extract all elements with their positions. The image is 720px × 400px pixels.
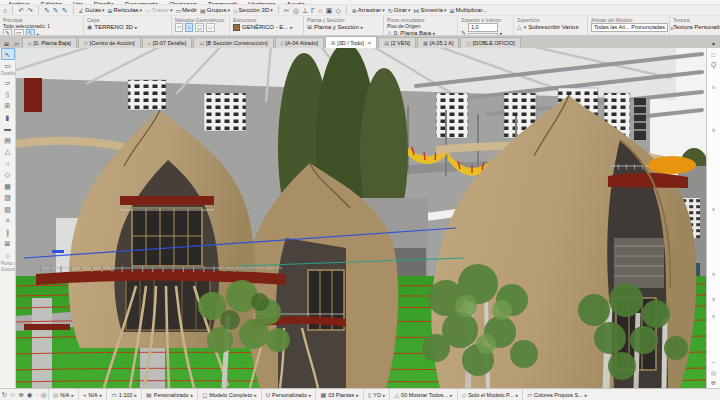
opening-tool[interactable]: ⊠ [1,238,15,250]
tab-doble-oficio[interactable]: ◻[DOBLE OFICIO] [460,37,520,48]
cloud-icon[interactable]: □ [712,50,716,60]
morph-icon[interactable]: ◇ [335,6,340,15]
top-offset-field[interactable]: 1,0 [468,23,498,32]
scissors-icon[interactable]: ✂ [284,6,290,15]
default-settings-button[interactable]: ✎ [3,29,12,36]
menu-diseno[interactable]: Diseño [94,0,114,4]
status-show-all[interactable]: △00 Mostrar Todos...▸ [389,389,456,400]
pop-up-navigator-icon[interactable]: ▱ [12,40,21,48]
status-user[interactable]: ▯YO▸ [363,389,390,400]
menu-archivo[interactable]: Archivo [8,0,30,4]
grid-button[interactable]: ⊞Retículas▾ [108,7,143,14]
tab-centro-accion[interactable]: ◇[Centro de Acción] [78,37,141,48]
status-pen-set[interactable]: ▤Personalizado▸ [141,389,197,400]
railing-tool[interactable]: ∥ [1,227,15,239]
tab-2-ven[interactable]: ▤[2 VEN] [378,37,416,48]
zoom-in-icon[interactable]: ⊕ [17,391,25,399]
rotate-button[interactable]: ↻Girar▾ [388,7,411,14]
close-tab-icon[interactable]: × [368,40,372,46]
wall-tool[interactable]: ▱ [1,77,15,89]
menu-opciones[interactable]: Opciones [169,0,196,4]
marquee-tool[interactable]: ▭ [1,60,15,72]
mesh-tool[interactable]: ▨ [1,192,15,204]
status-stories[interactable]: ▦03 Plantas▸ [315,389,362,400]
chevron-down-icon[interactable]: ∨ [711,84,715,91]
slab-tool[interactable]: ▤ [1,135,15,147]
orbit-icon[interactable]: ↻ [0,391,8,399]
section3d-button[interactable]: ◇Sección 3D▾ [233,7,273,14]
beam-tool[interactable]: ▬ [1,123,15,135]
menu-ventanas[interactable]: Ventanas [248,0,275,4]
model-edges-select[interactable]: Todas las Ari... Pronunciadas [591,23,668,32]
structure-selector[interactable]: GENÉRICO - E... ▸ [233,23,300,31]
status-model-only[interactable]: ◇Solo el Modelo P...▸ [457,389,523,400]
tab-alzado[interactable]: ▯[A-04 Alzado] [275,37,324,48]
floorplan-display-selector[interactable]: ⊞ Planta y Sección ▸ [307,23,380,31]
menu-ayuda[interactable]: Ayuda [286,0,304,4]
arrow-tool[interactable]: ↖ [1,48,15,60]
lamp-tool[interactable]: ○ [1,250,15,262]
surface-override-selector[interactable]: △ ▾ Sobrescribir Varios [517,23,584,31]
status-own-colors[interactable]: ▱Colores Propios S...▸ [522,389,591,400]
chevron-down-icon[interactable]: ∨ [711,313,715,320]
chevron-down-icon[interactable]: ∨ [711,271,715,278]
menu-teamwork[interactable]: Teamwork [208,0,238,4]
drag-button[interactable]: ⊕Arrastrar▾ [352,7,385,14]
texture-selector[interactable]: Textura Personaliza... [673,23,713,31]
menu-edicion[interactable]: Edición [41,0,62,4]
tab-seccion-construccion[interactable]: ▭[B Sección Construcción] [193,37,273,48]
chevron-down-icon[interactable]: ∨ [711,296,715,303]
roof-tool[interactable]: △ [1,146,15,158]
fillet-icon[interactable]: ∩ [318,6,323,15]
tab-3d-todo-active[interactable]: ⊞[3D / Todo]× [325,36,377,48]
door-tool[interactable]: ▯ [1,89,15,101]
geometry-method-4[interactable]: ◇ [206,23,215,32]
arrow-mode-button[interactable]: ↖ [26,29,35,36]
geometry-method-2[interactable]: ⌂ [185,23,193,32]
status-model-filter[interactable]: ◻Modelo Completo▸ [197,389,261,400]
zoom-tool-icon[interactable]: ◎ [293,6,299,15]
shell-tool[interactable]: ∩ [1,158,15,170]
multiply-button[interactable]: ⊞Multiplicar... [449,7,487,14]
mirror-button[interactable]: ⋈Simetría▾ [414,7,447,14]
chevron-down-icon[interactable]: ∨ [711,127,715,134]
menu-documento[interactable]: Documento [125,0,158,4]
window-tool[interactable]: ⊞ [1,100,15,112]
undo-icon[interactable]: ↶ [18,6,24,15]
chevron-down-icon[interactable]: ∨ [711,206,715,213]
geometry-method-1[interactable]: ∩ [175,23,183,32]
tab-detalle[interactable]: ⌂[D-07 Detalle] [142,37,193,48]
zone-tool[interactable]: ▧ [1,204,15,216]
curtainwall-tool[interactable]: ▦ [1,181,15,193]
trim-icon[interactable]: Γ [311,6,315,15]
search-icon[interactable]: Q [711,60,716,70]
home-story-selector[interactable]: △ 0. Planta Baja ▸ [387,29,454,36]
status-zoom-na[interactable]: ◎N/A▸ [48,389,78,400]
favorites-button[interactable]: ▭ [14,29,24,36]
tab-overflow-icon[interactable]: ▾ [712,40,718,48]
magnifier-icon[interactable]: ◎ [39,391,48,399]
collapse-icon[interactable]: − [712,358,716,368]
inject-parameters-icon[interactable]: ✎ [53,6,59,15]
home-icon[interactable]: ⌂ [3,6,7,15]
layer-selector[interactable]: ◉ TERRENO 3D ▸ [87,23,168,31]
eyedropper-icon[interactable]: ✎ [62,6,68,15]
status-scale[interactable]: ▭1:100▸ [106,389,141,400]
3d-viewport[interactable] [16,48,706,388]
stair-tool[interactable]: ≡ [1,215,15,227]
redo-icon[interactable]: ↷ [27,6,33,15]
tab-planta-baja[interactable]: ▱[0. Planta Baja] [22,37,77,48]
geometry-method-3[interactable]: ◻ [195,23,204,32]
guides-button[interactable]: ∠Guías▾ [79,7,105,14]
globe-icon[interactable]: ⊕ [711,378,716,388]
status-layer-combination[interactable]: UPersonalizado▸ [261,389,316,400]
menu-ver[interactable]: Ver [73,0,83,4]
help-circle-icon[interactable]: ◎ [711,368,717,378]
resize-icon[interactable]: ▣ [326,6,333,15]
quick-options-icon[interactable]: ⊞ [2,40,11,48]
zoom-out-icon[interactable]: ⊖ [8,391,16,399]
adjust-icon[interactable]: ⊥ [302,6,308,15]
trace-button[interactable]: ▭Trazar▾ [145,7,172,14]
status-orientation-na[interactable]: +N/A▸ [78,389,106,400]
eye-preview-icon[interactable]: ◉ [25,391,34,399]
